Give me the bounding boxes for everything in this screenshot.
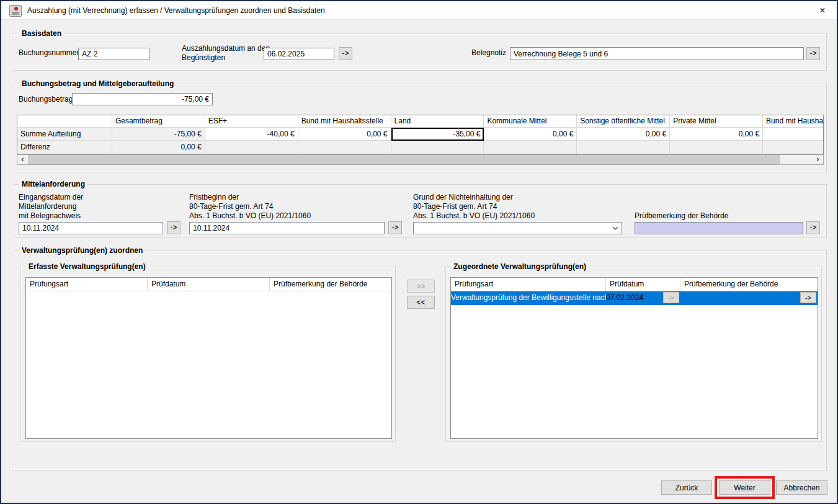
scroll-left-icon[interactable]: ‹ — [17, 155, 28, 164]
mittelgeber-table: Gesamtbetrag ESF+ Bund mit Haushaltsstel… — [17, 115, 824, 154]
transfer-right-button[interactable]: >> — [407, 280, 435, 293]
cell-bund — [298, 141, 391, 154]
group-zugeordnete-legend: Zugeordnete Verwaltungsprüfung(en) — [451, 262, 589, 271]
group-mittelanforderung: Mittelanforderung Eingangsdatum der Mitt… — [14, 184, 827, 238]
app-icon — [9, 5, 22, 17]
zugeordnete-header-row: Prüfungsart Prüfdatum Prüfbemerkung der … — [451, 278, 818, 291]
column-header-private: Private Mittel — [670, 115, 763, 128]
fristbeginn-input[interactable] — [189, 222, 385, 234]
close-icon[interactable]: × — [812, 1, 833, 19]
group-zugeordnete: Zugeordnete Verwaltungsprüfung(en) Prüfu… — [445, 267, 822, 442]
column-header-pruefdatum: Prüfdatum — [606, 278, 680, 291]
column-header-pruefungsart: Prüfungsart — [451, 278, 606, 291]
eingangsdatum-arrow-button[interactable]: -> — [167, 221, 181, 234]
horizontal-scrollbar[interactable]: ‹ › — [17, 154, 824, 165]
fristbeginn-arrow-button[interactable]: -> — [388, 221, 402, 234]
cell-land — [391, 141, 484, 154]
column-header-pruefungsart: Prüfungsart — [26, 278, 148, 291]
belegnotiz-input[interactable] — [510, 47, 804, 60]
table-row-summe-aufteilung: Summe Aufteilung -75,00 € -40,00 € 0,00 … — [17, 128, 823, 141]
grund-label: Grund der Nichteinhaltung der 80-Tage-Fr… — [413, 193, 535, 221]
pruefbemerkung-behoerde-input[interactable] — [635, 222, 803, 234]
abbrechen-button[interactable]: Abbrechen — [776, 480, 827, 495]
zugeordnete-table[interactable]: Prüfungsart Prüfdatum Prüfbemerkung der … — [450, 277, 818, 439]
column-header-gesamtbetrag: Gesamtbetrag — [112, 115, 205, 128]
grund-dropdown[interactable] — [413, 222, 622, 234]
erfasste-header-row: Prüfungsart Prüfdatum Prüfbemerkung der … — [26, 278, 391, 291]
row-label: Differenz — [17, 141, 112, 154]
pruefbemerkung-arrow-button[interactable]: -> — [800, 292, 816, 303]
fristbeginn-label: Fristbeginn der 80-Tage-Frist gem. Art 7… — [189, 193, 311, 221]
column-header-bund2: Bund mit Haushalts — [763, 115, 823, 128]
group-mittelanforderung-legend: Mittelanforderung — [19, 180, 87, 188]
dialog-window: Auszahlung (mit Verrechnung) erfassen / … — [0, 0, 838, 504]
row-label: Summe Aufteilung — [17, 128, 112, 141]
cell-kommunale — [484, 141, 577, 154]
belegnotiz-arrow-button[interactable]: -> — [806, 47, 820, 60]
title-bar: Auszahlung (mit Verrechnung) erfassen / … — [1, 1, 837, 20]
pruefdatum-arrow-button[interactable]: -> — [663, 292, 679, 303]
auszahlungsdatum-input[interactable] — [264, 48, 334, 60]
buchungsbetrag-label: Buchungsbetrag — [19, 95, 73, 104]
column-header-pruefdatum: Prüfdatum — [148, 278, 270, 291]
eingangsdatum-input[interactable] — [19, 222, 163, 234]
column-header — [17, 115, 112, 128]
cell-bund2[interactable] — [763, 128, 823, 141]
auszahlungsdatum-arrow-button[interactable]: -> — [339, 47, 352, 60]
pruefdatum-value: 07.02.2024 — [606, 291, 643, 305]
group-basisdaten-legend: Basisdaten — [19, 29, 64, 38]
cell-sonstige — [577, 141, 670, 154]
group-buchungsbetrag-legend: Buchungsbetrag und Mittelgeberaufteilung — [19, 79, 176, 88]
cell-esf[interactable]: -40,00 € — [205, 128, 298, 141]
belegnotiz-label: Belegnotiz — [471, 48, 506, 58]
pruefbemerkung-arrow-button[interactable]: -> — [806, 221, 820, 234]
weiter-button[interactable]: Weiter — [719, 480, 770, 495]
group-zuordnen-legend: Verwaltungsprüfung(en) zuordnen — [19, 246, 145, 255]
pruefbemerkung-value — [680, 291, 800, 305]
group-erfasste: Erfasste Verwaltungsprüfung(en) Prüfungs… — [20, 267, 396, 442]
cell-pruefungsart[interactable]: Verwaltungsprüfung der Bewilligungsstell… — [451, 291, 606, 305]
table-row-differenz: Differenz 0,00 € — [17, 141, 823, 154]
cell-gesamtbetrag: -75,00 € — [112, 128, 205, 141]
column-header-bund: Bund mit Haushaltsstelle — [298, 115, 391, 128]
eingangsdatum-label: Eingangsdatum der Mittelanforderung mit … — [19, 193, 83, 221]
chevron-down-icon[interactable] — [610, 223, 621, 233]
buchungsnummer-label: Buchungsnummer — [19, 48, 79, 58]
pruefbemerkung-behoerde-label: Prüfbemerkung der Behörde — [635, 211, 728, 221]
table-row-selected[interactable]: Verwaltungsprüfung der Bewilligungsstell… — [451, 291, 818, 305]
cell-pruefdatum[interactable]: 07.02.2024 -> — [606, 291, 680, 305]
auszahlungsdatum-label: Auszahlungsdatum an den Begünstigten — [182, 44, 270, 63]
cell-esf — [205, 141, 298, 154]
cell-private — [670, 141, 763, 154]
cell-kommunale[interactable]: 0,00 € — [484, 128, 577, 141]
column-header-pruefbemerkung: Prüfbemerkung der Behörde — [270, 278, 391, 291]
column-header-kommunale: Kommunale Mittel — [484, 115, 577, 128]
buchungsnummer-input[interactable] — [78, 48, 149, 60]
window-title: Auszahlung (mit Verrechnung) erfassen / … — [27, 1, 325, 20]
zurueck-button[interactable]: Zurück — [661, 480, 712, 495]
table-header-row: Gesamtbetrag ESF+ Bund mit Haushaltsstel… — [17, 115, 823, 128]
cell-bund2 — [763, 141, 823, 154]
column-header-esf: ESF+ — [205, 115, 298, 128]
buchungsbetrag-input[interactable] — [72, 93, 213, 105]
group-erfasste-legend: Erfasste Verwaltungsprüfung(en) — [26, 262, 148, 271]
cell-bund[interactable]: 0,00 € — [298, 128, 391, 141]
group-basisdaten: Basisdaten Buchungsnummer Auszahlungsdat… — [14, 33, 827, 71]
column-header-sonstige: Sonstige öffentliche Mittel — [577, 115, 670, 128]
cell-private[interactable]: 0,00 € — [670, 128, 763, 141]
scrollbar-thumb[interactable] — [28, 155, 780, 164]
column-header-land: Land — [391, 115, 484, 128]
scroll-right-icon[interactable]: › — [813, 155, 823, 164]
cell-sonstige[interactable]: 0,00 € — [577, 128, 670, 141]
group-zuordnen: Verwaltungsprüfung(en) zuordnen Erfasste… — [14, 250, 827, 471]
transfer-left-button[interactable]: << — [407, 296, 435, 309]
column-header-pruefbemerkung: Prüfbemerkung der Behörde — [680, 278, 818, 291]
cell-land-focused[interactable]: -35,00 € — [391, 128, 484, 141]
erfasste-table[interactable]: Prüfungsart Prüfdatum Prüfbemerkung der … — [25, 277, 392, 439]
cell-gesamtbetrag: 0,00 € — [112, 141, 205, 154]
cell-pruefbemerkung[interactable]: -> — [680, 291, 818, 305]
